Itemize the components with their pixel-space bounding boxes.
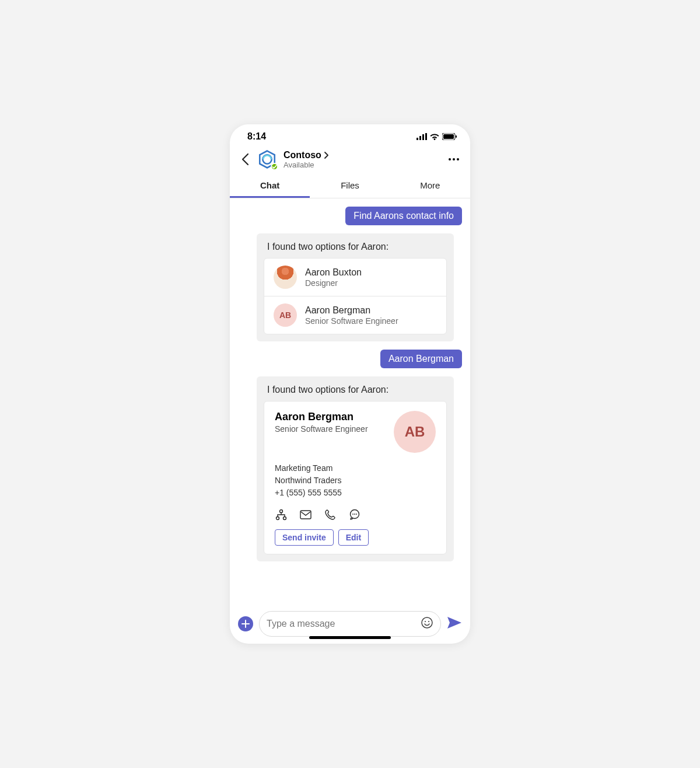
call-button[interactable] [324, 508, 337, 521]
org-chart-button[interactable] [275, 508, 288, 521]
contact-option[interactable]: AB Aaron Bergman Senior Software Enginee… [264, 296, 446, 334]
signal-icon [416, 133, 427, 140]
svg-rect-5 [443, 134, 454, 139]
phone-frame: 8:14 Contoso Available [230, 124, 470, 644]
svg-point-12 [280, 510, 283, 513]
bot-message-title: I found two options for Aaron: [267, 385, 447, 395]
svg-point-22 [428, 621, 429, 622]
svg-rect-0 [416, 138, 418, 140]
chat-presence-text: Available [284, 160, 444, 169]
tab-bar: Chat Files More [230, 174, 470, 198]
svg-point-20 [422, 617, 432, 628]
user-message: Find Aarons contact info [345, 207, 462, 225]
svg-point-10 [453, 158, 455, 160]
org-chart-icon [275, 509, 287, 521]
mail-icon [300, 510, 312, 519]
message-input-wrap[interactable] [259, 611, 441, 637]
tab-chat[interactable]: Chat [230, 174, 310, 198]
plus-icon [242, 620, 250, 628]
contact-name: Aaron Buxton [305, 267, 362, 278]
user-message: Aaron Bergman [380, 350, 462, 368]
message-input[interactable] [267, 619, 421, 629]
bot-message-title: I found two options for Aaron: [267, 242, 447, 252]
contact-role: Designer [305, 278, 362, 288]
chat-header: Contoso Available [230, 145, 470, 174]
contact-option-list: Aaron Buxton Designer AB Aaron Bergman S… [264, 258, 447, 334]
card-company: Northwind Traders [275, 474, 436, 487]
wifi-icon [429, 133, 440, 140]
chat-title-area[interactable]: Contoso Available [284, 150, 444, 169]
svg-rect-15 [300, 511, 311, 519]
tab-more[interactable]: More [390, 174, 470, 198]
contact-role: Senior Software Engineer [305, 316, 398, 326]
svg-point-13 [276, 517, 279, 520]
svg-point-11 [457, 158, 459, 160]
card-meta: Marketing Team Northwind Traders +1 (555… [275, 462, 436, 499]
card-action-icons [275, 508, 436, 521]
chat-title: Contoso [284, 150, 321, 160]
svg-point-21 [425, 621, 426, 622]
chevron-right-icon [324, 152, 328, 159]
edit-button[interactable]: Edit [338, 529, 369, 546]
avatar-initials: AB [274, 303, 297, 327]
presence-available-icon [271, 163, 278, 170]
send-icon [447, 616, 462, 629]
chat-button[interactable] [348, 508, 361, 521]
svg-point-19 [356, 514, 357, 515]
ellipsis-icon [448, 158, 460, 161]
emoji-icon [421, 616, 433, 629]
home-indicator[interactable] [309, 636, 391, 639]
card-phone: +1 (555) 555 5555 [275, 487, 436, 499]
svg-point-18 [354, 514, 355, 515]
svg-rect-2 [422, 134, 424, 140]
bot-message-card: I found two options for Aaron: Aaron Ber… [257, 376, 454, 561]
status-time: 8:14 [247, 131, 266, 142]
contact-card: Aaron Bergman Senior Software Engineer A… [264, 401, 447, 554]
status-icons [416, 133, 457, 140]
svg-point-17 [352, 514, 354, 515]
tab-files[interactable]: Files [310, 174, 390, 198]
phone-icon [325, 509, 335, 520]
chat-icon [349, 509, 360, 521]
send-invite-button[interactable]: Send invite [275, 529, 334, 546]
card-team: Marketing Team [275, 462, 436, 474]
status-bar: 8:14 [230, 124, 470, 145]
bot-message-options: I found two options for Aaron: Aaron Bux… [257, 233, 454, 341]
card-buttons: Send invite Edit [275, 529, 436, 546]
back-button[interactable] [237, 151, 253, 167]
send-button[interactable] [447, 616, 462, 631]
svg-point-14 [284, 517, 286, 520]
svg-rect-1 [419, 136, 421, 140]
svg-point-9 [449, 158, 451, 160]
contact-option[interactable]: Aaron Buxton Designer [264, 259, 446, 296]
more-button[interactable] [444, 158, 463, 161]
contact-name: Aaron Bergman [305, 305, 398, 316]
battery-icon [442, 133, 457, 140]
svg-rect-3 [425, 133, 427, 140]
avatar-initials-large: AB [394, 411, 436, 453]
bot-avatar[interactable] [257, 149, 278, 170]
chat-scroll-area[interactable]: Find Aarons contact info I found two opt… [230, 198, 470, 605]
avatar-photo [274, 266, 297, 289]
card-role: Senior Software Engineer [275, 424, 368, 434]
card-name: Aaron Bergman [275, 411, 368, 423]
mail-button[interactable] [299, 508, 312, 521]
svg-rect-6 [456, 135, 457, 138]
attach-button[interactable] [238, 616, 253, 631]
emoji-button[interactable] [421, 616, 433, 631]
